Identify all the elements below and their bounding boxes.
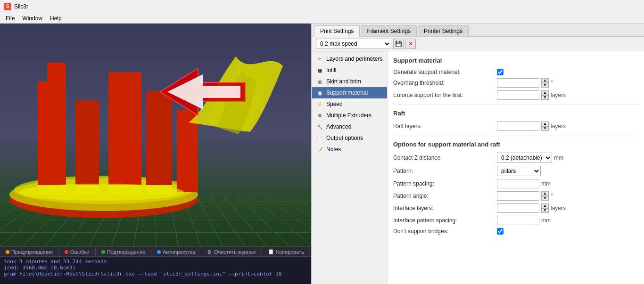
dont-support-label: Don't support bridges: <box>393 228 497 235</box>
tab-printer-settings[interactable]: Printer Settings <box>418 25 469 36</box>
overhang-input[interactable]: 0 <box>497 78 539 88</box>
settings-panel: Print Settings Filament Settings Printer… <box>311 24 644 284</box>
nav-extruders[interactable]: ⚙ Multiple Extruders <box>312 110 387 121</box>
tab-print-settings[interactable]: Print Settings <box>314 25 360 37</box>
app-title: Slic3r <box>14 3 28 10</box>
delete-preset-btn[interactable]: ✕ <box>405 39 416 49</box>
angle-label: Pattern angle: <box>393 193 497 199</box>
interface-layers-control: 3 ▲ ▼ layers <box>497 203 566 213</box>
warnings-dot <box>6 250 9 254</box>
svg-rect-4 <box>47 63 66 81</box>
console-tab-warnings[interactable]: Предупреждения <box>0 247 59 256</box>
nav-skirt[interactable]: ◎ Skirt and brim <box>312 76 387 87</box>
raft-layers-up[interactable]: ▲ <box>541 122 549 126</box>
tab-filament-settings[interactable]: Filament Settings <box>361 25 417 36</box>
overhang-label: Overhang threshold: <box>393 80 497 86</box>
interface-spacing-label: Interface pattern spacing: <box>393 217 497 224</box>
divider-1 <box>393 105 638 105</box>
console-area: Предупреждения Ошибки Подтверждение Авто… <box>0 246 311 284</box>
enforce-up[interactable]: ▲ <box>541 90 549 95</box>
interface-layers-down[interactable]: ▼ <box>541 208 549 213</box>
nav-layers[interactable]: ≡ Layers and perimeters <box>312 53 387 65</box>
svg-rect-3 <box>38 81 66 195</box>
console-tab-errors[interactable]: Ошибки <box>59 247 96 256</box>
support-material-title: Support material <box>393 57 638 64</box>
title-bar: S Slic3r <box>0 0 644 13</box>
errors-dot <box>65 250 68 254</box>
generate-support-row: Generate support material: <box>393 69 638 75</box>
console-tab-confirm[interactable]: Подтверждение <box>96 247 151 256</box>
nav-advanced[interactable]: 🔧 Advanced <box>312 121 387 132</box>
dont-support-control <box>497 228 504 235</box>
dont-support-checkbox[interactable] <box>497 228 504 235</box>
interface-spacing-input[interactable]: 0 <box>497 216 539 225</box>
settings-nav: ≡ Layers and perimeters ▦ Infill ◎ Skirt… <box>312 51 388 284</box>
nav-infill[interactable]: ▦ Infill <box>312 65 387 76</box>
raft-layers-control: 0 ▲ ▼ layers <box>497 122 566 131</box>
raft-layers-label: Raft layers: <box>393 123 497 130</box>
app-icon: S <box>4 3 11 10</box>
overhang-down[interactable]: ▼ <box>541 83 549 88</box>
angle-spinner: ▲ ▼ <box>541 191 549 201</box>
generate-support-control <box>497 69 504 75</box>
console-tab-clear[interactable]: 🗑 Очистить журнал <box>201 247 262 256</box>
svg-point-13 <box>19 184 184 201</box>
console-tab-copy[interactable]: 📋 Копировать <box>262 247 310 256</box>
interface-layers-unit: layers <box>551 205 566 211</box>
console-tab-autoscroll[interactable]: Автопрокутка <box>151 247 201 256</box>
interface-layers-input[interactable]: 3 <box>497 203 539 213</box>
angle-down[interactable]: ▼ <box>541 196 549 201</box>
angle-input[interactable]: 0 <box>497 191 539 201</box>
enforce-label: Enforce support for the first: <box>393 92 497 98</box>
spacing-unit: mm <box>541 180 551 187</box>
interface-layers-label: Interface layers: <box>393 205 497 211</box>
angle-unit: ° <box>551 193 553 199</box>
angle-up[interactable]: ▲ <box>541 191 549 196</box>
confirm-dot <box>101 250 105 254</box>
raft-title: Raft <box>393 110 638 117</box>
nav-support[interactable]: ▣ Support material <box>312 87 387 98</box>
console-tabs: Предупреждения Ошибки Подтверждение Авто… <box>0 247 311 257</box>
raft-layers-down[interactable]: ▼ <box>541 126 549 131</box>
nav-speed[interactable]: ⚡ Speed <box>312 98 387 110</box>
speed-icon: ⚡ <box>316 100 323 108</box>
preset-select[interactable]: 0,2 max speed0,1mm0,2mm0,3mm <box>316 39 391 49</box>
svg-rect-5 <box>75 100 99 190</box>
interface-layers-row: Interface layers: 3 ▲ ▼ layers <box>393 203 638 213</box>
pattern-label: Pattern: <box>393 168 497 174</box>
enforce-input[interactable]: 0 <box>497 90 539 100</box>
skirt-icon: ◎ <box>316 78 323 85</box>
viewport-panel: Предупреждения Ошибки Подтверждение Авто… <box>0 24 311 284</box>
copy-icon: 📋 <box>268 249 274 255</box>
layers-icon: ≡ <box>316 55 323 63</box>
enforce-unit: layers <box>551 92 566 98</box>
generate-support-checkbox[interactable] <box>497 69 504 75</box>
interface-layers-up[interactable]: ▲ <box>541 203 549 208</box>
contact-z-control: 0.2 (detachable)0 (soluble)0.10.3 mm <box>497 153 563 163</box>
svg-marker-15 <box>167 74 240 109</box>
console-output: took 3 minutes and 33.744 seconds ired: … <box>0 257 311 284</box>
menu-window[interactable]: Window <box>18 14 46 23</box>
advanced-icon: 🔧 <box>316 123 323 130</box>
nav-notes[interactable]: 📝 Notes <box>312 144 387 155</box>
menu-file[interactable]: File <box>2 14 18 23</box>
contact-z-select[interactable]: 0.2 (detachable)0 (soluble)0.10.3 <box>497 153 552 163</box>
settings-tabs: Print Settings Filament Settings Printer… <box>312 24 644 37</box>
overhang-up[interactable]: ▲ <box>541 78 549 83</box>
menu-help[interactable]: Help <box>46 14 66 23</box>
contact-z-label: Contact Z distance: <box>393 154 497 161</box>
overhang-row: Overhang threshold: 0 ▲ ▼ ° <box>393 78 638 88</box>
settings-toolbar: 0,2 max speed0,1mm0,2mm0,3mm 💾 ✕ <box>312 37 644 51</box>
nav-output[interactable]: 📄 Output options <box>312 132 387 144</box>
enforce-down[interactable]: ▼ <box>541 95 549 100</box>
spacing-control: 2.5 mm <box>497 179 551 188</box>
divider-2 <box>393 136 638 136</box>
save-preset-btn[interactable]: 💾 <box>393 39 404 49</box>
viewport-canvas[interactable] <box>0 24 311 246</box>
output-icon: 📄 <box>316 134 323 142</box>
enforce-control: 0 ▲ ▼ layers <box>497 90 566 100</box>
main-content: Предупреждения Ошибки Подтверждение Авто… <box>0 24 644 284</box>
raft-layers-input[interactable]: 0 <box>497 122 539 131</box>
pattern-select[interactable]: pillarsrectilinearhoneycomb <box>497 166 541 176</box>
spacing-input[interactable]: 2.5 <box>497 179 539 188</box>
